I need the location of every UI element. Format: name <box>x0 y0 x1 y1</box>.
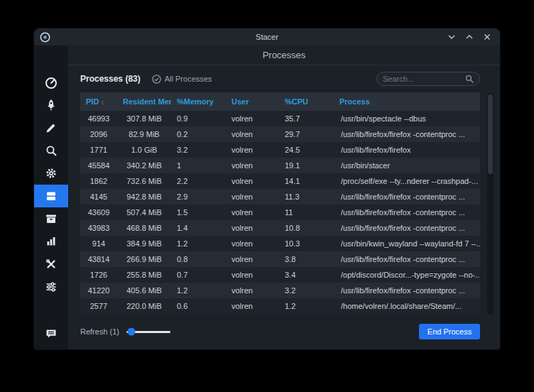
cell-process: /opt/discord/Discor...-type=zygote --no-… <box>334 267 480 283</box>
close-icon[interactable] <box>483 33 491 41</box>
all-processes-checkbox[interactable]: All Processes <box>152 75 212 84</box>
table-row[interactable]: 43814266.9 MiB0.8volren3.8/usr/lib/firef… <box>80 251 480 267</box>
cell-user: volren <box>226 298 279 314</box>
sidebar-item-resources[interactable] <box>34 230 68 253</box>
page-title: Processes <box>68 45 500 65</box>
feedback-icon <box>45 327 58 340</box>
cell-cpu-percent: 10.3 <box>279 236 334 251</box>
cell-resident-memory: 732.6 MiB <box>117 173 171 189</box>
cell-pid: 1726 <box>80 267 117 283</box>
cell-user: volren <box>226 251 279 267</box>
sidebar-item-startup-apps[interactable] <box>34 94 68 116</box>
stacer-window: Stacer <box>34 28 500 349</box>
cell-user: volren <box>226 158 279 173</box>
cell-memory-percent: 2.2 <box>171 173 226 189</box>
cell-user: volren <box>226 173 279 189</box>
table-row[interactable]: 914384.9 MiB1.2volren10.3/usr/bin/kwin_w… <box>80 236 480 251</box>
sidebar-item-feedback[interactable] <box>34 322 68 345</box>
processes-count-label: Processes (83) <box>80 74 141 84</box>
cell-pid: 41220 <box>80 283 117 298</box>
cell-user: volren <box>226 189 279 205</box>
cell-pid: 46993 <box>80 111 117 126</box>
end-process-button[interactable]: End Process <box>419 324 480 339</box>
gauge-icon <box>44 75 58 89</box>
search-input[interactable] <box>383 75 465 83</box>
cell-process: /usr/lib/firefox/firefox -contentproc ..… <box>334 283 480 298</box>
sidebar-item-system-cleaner[interactable] <box>34 116 68 139</box>
table-row[interactable]: 1862732.6 MiB2.2volren14.1/proc/self/exe… <box>80 173 480 189</box>
cell-memory-percent: 1.2 <box>171 236 226 251</box>
table-row[interactable]: 43609507.4 MiB1.5volren11/usr/lib/firefo… <box>80 205 480 220</box>
column-header-resident-memory[interactable]: Resident Mem <box>117 92 171 111</box>
cell-process: /usr/bin/kwin_wayland --wayland-fd 7 --.… <box>334 236 480 251</box>
rocket-icon <box>45 99 58 111</box>
window-title: Stacer <box>34 33 500 41</box>
cell-process: /home/volren/.local/share/Steam/... <box>334 298 480 314</box>
search-magnifier-icon <box>465 75 474 83</box>
table-row[interactable]: 41220405.6 MiB1.2volren3.2/usr/lib/firef… <box>80 283 480 298</box>
toolbar: Processes (83) All Processes <box>68 65 500 92</box>
cell-resident-memory: 384.9 MiB <box>117 236 171 251</box>
cell-resident-memory: 507.4 MiB <box>117 205 171 220</box>
table-row[interactable]: 209682.9 MiB0.2volren29.7/usr/lib/firefo… <box>80 126 480 142</box>
sidebar-item-search[interactable] <box>34 139 68 162</box>
cell-process: /usr/bin/stacer <box>334 158 480 173</box>
bar-chart-icon <box>45 235 58 248</box>
tools-icon <box>45 258 58 271</box>
table-row[interactable]: 43983468.8 MiB1.4volren10.8/usr/lib/fire… <box>80 220 480 236</box>
cell-pid: 1771 <box>80 142 117 158</box>
cell-user: volren <box>226 142 279 158</box>
table-row[interactable]: 1726255.8 MiB0.7volren3.4/opt/discord/Di… <box>80 267 480 283</box>
package-icon <box>45 212 58 225</box>
sidebar-item-settings[interactable] <box>34 276 68 298</box>
table-row[interactable]: 2577220.0 MiB0.6volren1.2/home/volren/.l… <box>80 298 480 314</box>
cell-pid: 43814 <box>80 251 117 267</box>
cell-pid: 1862 <box>80 173 117 189</box>
column-header-pid[interactable]: PID↕ <box>80 92 117 111</box>
sidebar-item-processes[interactable] <box>34 185 68 207</box>
refresh-label: Refresh (1) <box>80 327 119 336</box>
cell-resident-memory: 340.2 MiB <box>117 158 171 173</box>
sidebar-item-dashboard[interactable] <box>34 71 68 94</box>
cell-resident-memory: 266.9 MiB <box>117 251 171 267</box>
sidebar-item-services[interactable] <box>34 162 68 185</box>
table-scrollbar[interactable] <box>487 93 494 315</box>
sidebar <box>34 45 68 349</box>
scrollbar-thumb[interactable] <box>488 94 493 174</box>
cell-cpu-percent: 11 <box>279 205 334 220</box>
cell-resident-memory: 307.8 MiB <box>117 111 171 126</box>
minimize-icon[interactable] <box>447 33 456 41</box>
cell-resident-memory: 220.0 MiB <box>117 298 171 314</box>
cell-pid: 2577 <box>80 298 117 314</box>
search-icon <box>45 144 58 157</box>
cell-process: /usr/lib/firefox/firefox -contentproc ..… <box>334 251 480 267</box>
column-header-user[interactable]: User <box>226 92 279 111</box>
refresh-interval-slider[interactable] <box>126 331 170 333</box>
cell-memory-percent: 1.2 <box>171 283 226 298</box>
all-processes-label: All Processes <box>165 75 212 83</box>
table-row[interactable]: 17711.0 GiB3.2volren24.5/usr/lib/firefox… <box>80 142 480 158</box>
table-row[interactable]: 4145942.8 MiB2.9volren11.3/usr/lib/firef… <box>80 189 480 205</box>
app-body: Processes Processes (83) All Processes <box>34 45 500 349</box>
column-header-memory-percent[interactable]: %Memory <box>171 92 226 111</box>
column-header-process[interactable]: Process <box>334 92 480 111</box>
cell-memory-percent: 1.4 <box>171 220 226 236</box>
sidebar-item-helpers[interactable] <box>34 253 68 276</box>
column-header-cpu-percent[interactable]: %CPU <box>279 92 334 111</box>
cell-memory-percent: 0.9 <box>171 111 226 126</box>
cell-cpu-percent: 24.5 <box>279 142 334 158</box>
cell-memory-percent: 0.6 <box>171 298 226 314</box>
cell-process: /usr/lib/firefox/firefox <box>334 142 480 158</box>
sliders-icon <box>45 281 58 293</box>
maximize-icon[interactable] <box>465 33 474 41</box>
cell-cpu-percent: 35.7 <box>279 111 334 126</box>
cell-resident-memory: 1.0 GiB <box>117 142 171 158</box>
cell-resident-memory: 255.8 MiB <box>117 267 171 283</box>
sidebar-item-uninstaller[interactable] <box>34 207 68 230</box>
cell-memory-percent: 1.5 <box>171 205 226 220</box>
cell-user: volren <box>226 111 279 126</box>
table-row[interactable]: 45584340.2 MiB1volren19.1/usr/bin/stacer <box>80 158 480 173</box>
table-row[interactable]: 46993307.8 MiB0.9volren35.7/usr/bin/spec… <box>80 111 480 126</box>
cell-user: volren <box>226 205 279 220</box>
slider-knob[interactable] <box>128 328 136 336</box>
